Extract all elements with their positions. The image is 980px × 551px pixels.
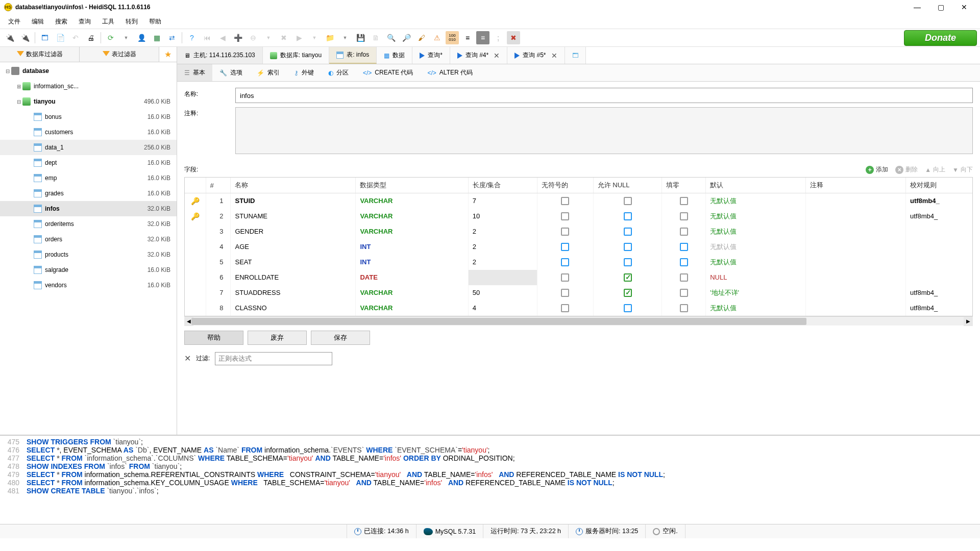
checkbox[interactable] <box>561 197 569 205</box>
tree-row[interactable]: orders 32.0 KiB <box>0 232 177 247</box>
move-up-button[interactable]: ▲向上 <box>925 165 945 174</box>
expander-icon[interactable]: ⊞ <box>15 84 22 89</box>
tool-wrap-icon[interactable]: ≡ <box>461 31 474 44</box>
tool-undo-icon[interactable]: ↶ <box>69 31 82 44</box>
tab-query-1[interactable]: 查询* <box>412 47 450 64</box>
checkbox[interactable] <box>561 258 569 266</box>
sql-line[interactable]: 478SHOW INDEXES FROM `infos` FROM `tiany… <box>0 462 980 470</box>
tree-row[interactable]: emp 16.0 KiB <box>0 170 177 186</box>
tool-zoom2-icon[interactable]: 🔎 <box>400 31 413 44</box>
tool-user-icon[interactable]: 👤 <box>135 31 148 44</box>
close-icon[interactable]: ✕ <box>549 52 557 60</box>
tool-disconnect-icon[interactable]: 🔌 <box>18 31 32 44</box>
checkbox[interactable] <box>680 304 688 312</box>
tool-export-icon[interactable]: ⇄ <box>165 31 179 44</box>
table-row[interactable]: 6 ENROLLDATE DATE NULL <box>185 270 973 285</box>
checkbox[interactable] <box>680 243 688 251</box>
checkbox[interactable] <box>561 304 569 312</box>
checkbox[interactable] <box>680 228 688 236</box>
grid-scrollbar[interactable]: ◀ ▶ <box>184 316 973 325</box>
checkbox[interactable] <box>624 197 632 205</box>
sql-line[interactable]: 475SHOW TRIGGERS FROM `tianyou`; <box>0 438 980 446</box>
tab-data[interactable]: ▦数据 <box>377 47 412 64</box>
grid-header[interactable]: 默认 <box>706 178 806 193</box>
tree-row[interactable]: infos 32.0 KiB <box>0 201 177 216</box>
new-tab-button[interactable]: 🗔 <box>565 47 586 64</box>
tool-copy-icon[interactable]: 📄 <box>54 31 67 44</box>
menu-edit[interactable]: 编辑 <box>27 15 49 28</box>
tab-table[interactable]: 表: infos <box>329 47 377 64</box>
tool-folder-icon[interactable]: 📁 <box>323 31 336 44</box>
table-row[interactable]: 🔑 2 STUNAME VARCHAR 10 无默认值 utf8mb4_ <box>185 209 973 224</box>
tab-host[interactable]: 🖥主机: 114.116.235.103 <box>177 47 263 64</box>
checkbox[interactable] <box>680 197 688 205</box>
subtab-basic[interactable]: ☰基本 <box>177 64 212 81</box>
tree-row[interactable]: dept 16.0 KiB <box>0 155 177 170</box>
menu-file[interactable]: 文件 <box>3 15 26 28</box>
checkbox[interactable] <box>680 258 688 266</box>
sql-line[interactable]: 477SELECT * FROM `information_schema`.`C… <box>0 454 980 462</box>
menu-search[interactable]: 搜索 <box>50 15 72 28</box>
tool-refresh-icon[interactable]: ⟳ <box>104 31 117 44</box>
subtab-indexes[interactable]: ⚡索引 <box>250 64 287 81</box>
table-row[interactable]: 7 STUADDRESS VARCHAR 50 '地址不详' utf8mb4_ <box>185 285 973 300</box>
delete-field-button[interactable]: ×删除 <box>895 165 918 174</box>
subtab-create[interactable]: </>CREATE 代码 <box>356 64 420 81</box>
tool-semicolon-icon[interactable]: ; <box>492 31 505 44</box>
save-button[interactable]: 保存 <box>311 331 370 345</box>
tool-add-icon[interactable]: ➕ <box>231 31 244 44</box>
checkbox[interactable] <box>561 212 569 220</box>
subtab-partition[interactable]: ◐分区 <box>321 64 356 81</box>
discard-button[interactable]: 废弃 <box>248 331 307 345</box>
tool-folder-dropdown-icon[interactable]: ▼ <box>338 31 352 44</box>
tool-help-icon[interactable]: ? <box>185 31 199 44</box>
checkbox[interactable] <box>624 273 632 282</box>
columns-grid[interactable]: #名称数据类型长度/集合无符号的允许 NULL填零默认注释校对规则 🔑 1 ST… <box>185 178 973 316</box>
favorites-tab[interactable]: ★ <box>159 47 177 62</box>
menu-goto[interactable]: 转到 <box>120 15 143 28</box>
expander-icon[interactable]: ⊟ <box>15 99 22 105</box>
grid-header[interactable]: 无符号的 <box>537 178 593 193</box>
tool-close-icon[interactable]: ✖ <box>507 31 520 44</box>
maximize-button[interactable]: ▢ <box>929 0 952 14</box>
tool-table-icon[interactable]: ▦ <box>150 31 163 44</box>
checkbox[interactable] <box>561 273 569 282</box>
grid-header[interactable]: 允许 NULL <box>593 178 662 193</box>
checkbox[interactable] <box>624 258 632 266</box>
table-row[interactable]: 5 SEAT INT 2 无默认值 <box>185 255 973 270</box>
subtab-alter[interactable]: </>ALTER 代码 <box>420 64 479 81</box>
sql-line[interactable]: 476SELECT *, EVENT_SCHEMA AS `Db`, EVENT… <box>0 446 980 454</box>
checkbox[interactable] <box>624 304 632 312</box>
grid-header[interactable]: 长度/集合 <box>468 178 537 193</box>
add-field-button[interactable]: +添加 <box>866 165 888 174</box>
minimize-button[interactable]: — <box>905 0 929 14</box>
table-filter-tab[interactable]: 表过滤器 <box>80 47 159 62</box>
tool-warn-icon[interactable]: ⚠ <box>430 31 444 44</box>
tool-new-window-icon[interactable]: 🗔 <box>38 31 52 44</box>
subtab-options[interactable]: 🔧选项 <box>212 64 250 81</box>
tool-first-icon[interactable]: ⏮ <box>201 31 214 44</box>
tool-brush-icon[interactable]: 🖌 <box>415 31 428 44</box>
sql-line[interactable]: 481SHOW CREATE TABLE `tianyou`.`infos`; <box>0 487 980 495</box>
tree-row[interactable]: ⊟ tianyou 496.0 KiB <box>0 94 177 109</box>
table-comment-input[interactable] <box>235 107 973 154</box>
checkbox[interactable] <box>624 243 632 251</box>
tool-save-icon[interactable]: 💾 <box>354 31 367 44</box>
tree-row[interactable]: orderitems 32.0 KiB <box>0 216 177 232</box>
tool-cancel-icon[interactable]: ✖ <box>277 31 290 44</box>
table-row[interactable]: 4 AGE INT 2 无默认值 <box>185 239 973 255</box>
grid-header[interactable]: 名称 <box>231 178 356 193</box>
grid-header[interactable]: 数据类型 <box>356 178 468 193</box>
table-row[interactable]: 🔑 1 STUID VARCHAR 7 无默认值 utf8mb4_ <box>185 193 973 209</box>
close-icon[interactable]: ✕ <box>492 52 500 60</box>
table-row[interactable]: 8 CLASSNO VARCHAR 4 无默认值 utf8mb4_ <box>185 300 973 316</box>
checkbox[interactable] <box>624 212 632 220</box>
grid-header[interactable]: 注释 <box>806 178 906 193</box>
move-down-button[interactable]: ▼向下 <box>952 165 973 174</box>
grid-header[interactable]: 校对规则 <box>905 178 973 193</box>
tree-row[interactable]: data_1 256.0 KiB <box>0 140 177 155</box>
tab-database[interactable]: 数据库: tianyou <box>263 47 329 64</box>
tool-wrap2-icon[interactable]: ≡ <box>476 31 489 44</box>
checkbox[interactable] <box>561 289 569 297</box>
tree-row[interactable]: products 32.0 KiB <box>0 247 177 262</box>
